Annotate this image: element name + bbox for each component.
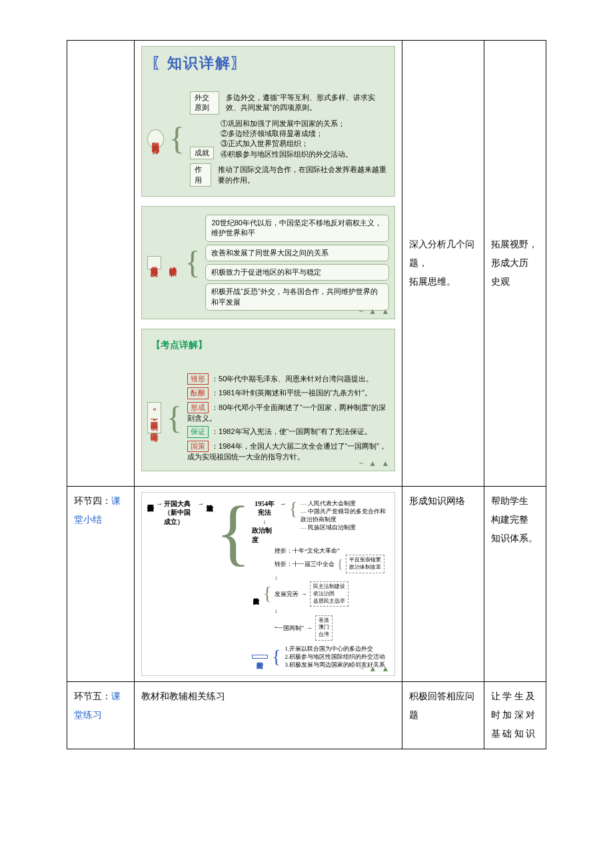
bubble-label: 国际交流与合作 — [147, 129, 164, 149]
text: 2.积极参与地区性国际组织的外交活动 — [285, 653, 385, 661]
brace-icon: { — [169, 123, 185, 155]
slide-footer-marks: ~ ▲ ▲ — [359, 458, 390, 469]
text: 构建完整 — [491, 511, 539, 529]
slide-title: 【考点详解】 — [151, 339, 390, 352]
text: ：80年代邓小平全面阐述了“一个国家，两种制度”的深刻含义。 — [187, 403, 386, 422]
cell-content: 新政协召开 → 开国大典（新中国成立） → 政治建设 { 1954年宪法 ↓ 政… — [134, 486, 402, 682]
text: 教材和教辅相关练习 — [141, 687, 396, 706]
text: 推动了国际交流与合作，在国际社会发挥着越来越重要的作用。 — [218, 165, 389, 185]
brace-icon: { — [263, 584, 272, 603]
cell-purpose: 拓展视野， 形成大历 史观 — [484, 41, 546, 487]
text: 民族区域自治制度 — [301, 523, 390, 531]
text: 形成知识网络 — [409, 492, 476, 511]
brace-icon: { — [337, 558, 343, 570]
text: 挫折：十年“文化大革命” — [275, 547, 384, 555]
slide-knowledge-detail: 〖知识详解〗 国际交流与合作 { 外交原则 多边外交，遵循“平等互利、形式多样、… — [141, 46, 396, 197]
text: ①巩固和加强了同发展中国家的关系； — [221, 119, 352, 129]
text: 知识体系。 — [491, 529, 539, 548]
text: 形成大历 — [491, 254, 539, 273]
text: 人民代表大会制度 — [301, 499, 390, 507]
text: 台湾 — [318, 631, 329, 637]
pill-item: 改善和发展了同世界大国之间的关系 — [205, 245, 389, 261]
slide-world-peace: 促进共同发展 维护世界和平 { 20世纪80年代以后，中国坚定不移地反对霸权主义… — [141, 206, 396, 319]
pill-item: 积极致力于促进地区的和平与稳定 — [205, 264, 389, 281]
brace-icon: { — [289, 499, 298, 518]
text: ：50年代中期毛泽东、周恩来针对台湾问题提出。 — [211, 375, 373, 383]
text: 深入分析几个问题， — [409, 235, 476, 273]
text: 中国共产党领导的多党合作和政治协商制度 — [301, 507, 390, 523]
text: 课 — [111, 691, 121, 701]
text: 澳门 — [318, 624, 329, 630]
text: ④积极参与地区性国际组织的外交活动。 — [221, 149, 352, 159]
cell-stage-name — [67, 41, 135, 487]
text: ：1984年，全国人大六届二次全会通过了“一国两制”，成为实现祖国统一大业的指导… — [187, 442, 386, 461]
slide-footer-marks: ~ ▲ ▲ — [360, 663, 390, 674]
slide-footer-marks: ~ ▲ ▲ — [359, 306, 390, 317]
text: 民主法制建设 — [313, 583, 345, 589]
text: 课 — [111, 496, 121, 506]
text: 政治体制改革 — [349, 564, 381, 570]
lesson-plan-table: 〖知识详解〗 国际交流与合作 { 外交原则 多边外交，遵循“平等互利、形式多样、… — [67, 40, 546, 749]
tag-role: 作用 — [190, 163, 211, 187]
text: 帮助学生 — [491, 492, 539, 511]
text: 环节四： — [74, 496, 111, 506]
cell-stage-name: 环节四：课 堂小结 — [67, 486, 135, 682]
cell-content: 〖知识详解〗 国际交流与合作 { 外交原则 多边外交，遵循“平等互利、形式多样、… — [134, 41, 402, 487]
text: 依法治国 — [313, 591, 334, 597]
brace-icon: { — [216, 499, 251, 565]
text: 开国大典（新中国成立） — [164, 499, 196, 527]
slide-summary-map: 新政协召开 → 开国大典（新中国成立） → 政治建设 { 1954年宪法 ↓ 政… — [141, 492, 396, 677]
text: ：1981年叶剑英阐述和平统一祖国的“九条方针”。 — [211, 389, 372, 397]
text: ②多边经济领域取得显著成绩； — [221, 129, 352, 139]
text: 环节五： — [74, 691, 111, 701]
text: 基层民主选举 — [313, 598, 345, 604]
cell-activity: 深入分析几个问题， 拓展思维。 — [402, 41, 484, 487]
text: 堂练习 — [74, 710, 102, 720]
table-row: 环节五：课 堂练习 教材和教辅相关练习 积极回答相应问题 让 学 生 及 时 加… — [67, 682, 546, 749]
table-row: 环节四：课 堂小结 新政协召开 → 开国大典（新中国成立） → 政治建设 { 1… — [67, 486, 546, 682]
vlabel: 维护世界和平 — [167, 257, 179, 269]
text: 多边外交，遵循“平等互利、形式多样、讲求实效、共同发展”的四项原则。 — [226, 93, 389, 113]
tag-achievement: 成就 — [190, 147, 214, 159]
cell-purpose: 帮助学生 构建完整 知识体系。 — [484, 486, 546, 682]
tag: 形成 — [187, 402, 209, 413]
text: 政治制度 — [252, 526, 277, 544]
tag: 国策 — [187, 441, 209, 452]
text: 香港 — [318, 617, 329, 623]
slide-title: 〖知识详解〗 — [151, 53, 390, 74]
table-row: 〖知识详解〗 国际交流与合作 { 外交原则 多边外交，遵循“平等互利、形式多样、… — [67, 41, 546, 487]
tag-principle: 外交原则 — [190, 91, 219, 115]
cell-activity: 形成知识网络 — [402, 486, 484, 682]
text: 积极回答相应问题 — [409, 687, 476, 725]
tag: 保证 — [187, 426, 209, 437]
brace-icon: { — [185, 247, 200, 279]
text: 时 加 深 对 — [491, 706, 539, 725]
text: 1.开展以联合国为中心的多边外交 — [285, 645, 373, 652]
text: 拓展思维。 — [409, 273, 476, 291]
text: ：1982年写入宪法，使“一国两制”有了宪法保证。 — [211, 427, 372, 435]
brace-icon: { — [272, 647, 281, 666]
text: 拓展视野， — [491, 235, 539, 254]
text: 发展完善 — [275, 590, 299, 598]
tag: 酝酿 — [187, 387, 209, 399]
text: 史观 — [491, 273, 539, 291]
cell-activity: 积极回答相应问题 — [402, 682, 484, 749]
text: 新时期外交建树 — [252, 655, 268, 659]
text: 平反冤假错案 — [349, 557, 381, 563]
text: 1954年宪法 — [252, 499, 277, 517]
tag: 雏形 — [187, 373, 209, 385]
text: 让 学 生 及 — [491, 687, 539, 706]
text: 基 础 知 识 — [491, 725, 539, 743]
cell-purpose: 让 学 生 及 时 加 深 对 基 础 知 识 — [484, 682, 546, 749]
pill-item: 20世纪80年代以后，中国坚定不移地反对霸权主义，维护世界和平 — [205, 215, 389, 242]
text: 转折：十一届三中全会 — [275, 560, 334, 568]
vlabel: 促进共同发展 — [147, 256, 161, 269]
brace-icon: { — [167, 402, 182, 434]
text: “一国两制” — [275, 624, 304, 632]
cell-stage-name: 环节五：课 堂练习 — [67, 682, 135, 749]
cell-content: 教材和教辅相关练习 — [134, 682, 402, 749]
vlabel: “一国两制”的理论 — [147, 402, 161, 433]
slide-exam-points: 【考点详解】 “一国两制”的理论 { 雏形：50年代中期毛泽东、周恩来针对台湾问… — [141, 329, 396, 471]
text: 堂小结 — [74, 515, 102, 525]
text: ③正式加入世界贸易组织； — [221, 139, 352, 149]
